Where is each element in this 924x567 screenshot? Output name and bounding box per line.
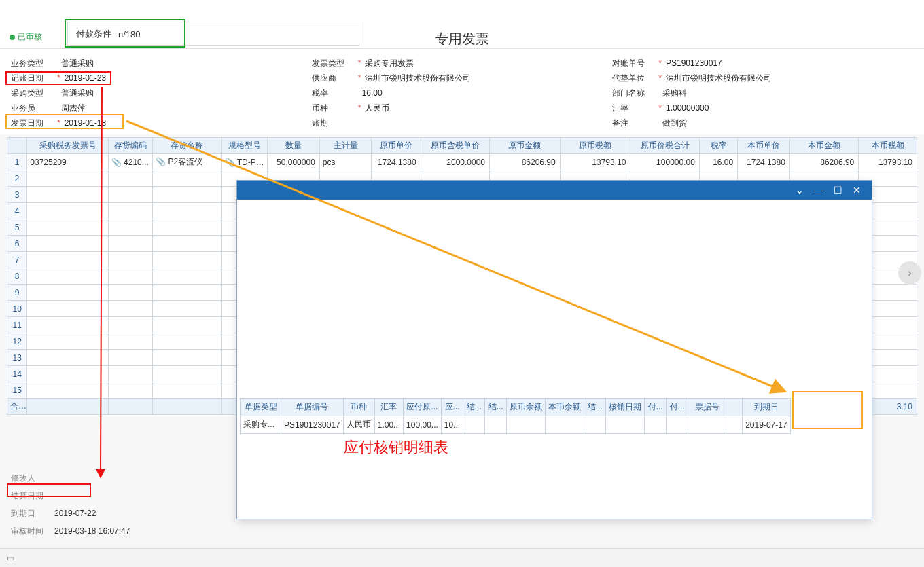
pay-term-label: 付款条件	[76, 28, 111, 40]
col-header[interactable]: 采购税务发票号	[27, 138, 108, 154]
popup-col-header[interactable]: 付...	[645, 399, 667, 416]
popup-col-header[interactable]: 结...	[485, 399, 507, 416]
popup-titlebar[interactable]: ⌄ — ☐ ✕	[237, 181, 872, 200]
writeoff-popup[interactable]: ⌄ — ☐ ✕ 单据类型单据编号币种汇率应付原...应...结...结...原币…	[236, 180, 872, 519]
col-header[interactable]: 原币单价	[372, 138, 421, 154]
col-header[interactable]: 规格型号	[221, 138, 268, 154]
popup-col-header[interactable]: 应付原...	[404, 399, 442, 416]
form-field-税率[interactable]: 税率16.00	[312, 86, 613, 100]
footer-info: 修改人 结算日期 到期日2019-07-22 审核时间2019-03-18 16…	[11, 469, 130, 540]
form-field-供应商[interactable]: 供应商*深圳市锐明技术股份有限公司	[312, 71, 613, 86]
form-field-记账日期[interactable]: 记账日期*2019-01-23	[11, 71, 312, 86]
status-audited: 已审核	[10, 31, 42, 43]
pay-term-field[interactable]: 付款条件 n/180	[67, 22, 359, 46]
statusbar-icon: ▭	[7, 553, 14, 563]
col-header[interactable]	[7, 138, 27, 154]
popup-col-header[interactable]: 结...	[463, 399, 485, 416]
form-field-部门名称[interactable]: 部门名称采购科	[612, 86, 913, 100]
form-field-账期[interactable]: 账期	[312, 115, 613, 130]
form-field-币种[interactable]: 币种*人民币	[312, 100, 613, 115]
popup-col-header[interactable]: 票据号	[688, 399, 726, 416]
col-header[interactable]: 税率	[699, 138, 737, 154]
popup-col-header[interactable]: 币种	[343, 399, 374, 416]
form-field-业务类型[interactable]: 业务类型普通采购	[11, 56, 312, 71]
pay-term-value: n/180	[118, 29, 141, 39]
table-row[interactable]: 103725209📎 4210...📎 P2客流仪📎 TD-P2,...50.0…	[7, 154, 917, 170]
scroll-right-button[interactable]: ›	[898, 261, 921, 285]
popup-col-header[interactable]: 付...	[667, 399, 688, 416]
popup-grid[interactable]: 单据类型单据编号币种汇率应付原...应...结...结...原币余额本币余额结.…	[240, 398, 791, 434]
form-field-代垫单位[interactable]: 代垫单位*深圳市锐明技术股份有限公司	[612, 71, 913, 86]
popup-col-header[interactable]: 单据编号	[281, 399, 344, 416]
popup-dropdown-button[interactable]: ⌄	[790, 185, 809, 196]
form-field-发票类型[interactable]: 发票类型*采购专用发票	[312, 56, 613, 71]
popup-col-header[interactable]	[726, 399, 743, 416]
col-header[interactable]: 存货名称	[153, 138, 221, 154]
form-field-业务员[interactable]: 业务员周杰萍	[11, 100, 312, 115]
form-field-采购类型[interactable]: 采购类型普通采购	[11, 86, 312, 100]
due-date-label: 到期日	[11, 505, 52, 522]
popup-col-header[interactable]: 核销日期	[606, 399, 645, 416]
form-field-对账单号[interactable]: 对账单号*PS1901230017	[612, 56, 913, 71]
due-date-value: 2019-07-22	[54, 505, 96, 522]
col-header[interactable]: 数量	[268, 138, 320, 154]
col-header[interactable]: 本币单价	[738, 138, 790, 154]
form-area: 业务类型普通采购记账日期*2019-01-23采购类型普通采购业务员周杰萍发票日…	[0, 49, 924, 134]
form-field-汇率[interactable]: 汇率*1.00000000	[612, 100, 913, 115]
popup-col-header[interactable]: 单据类型	[241, 399, 281, 416]
col-header[interactable]: 存货编码	[108, 138, 152, 154]
popup-col-header[interactable]: 原币余额	[507, 399, 546, 416]
popup-close-button[interactable]: ✕	[847, 185, 866, 196]
popup-col-header[interactable]: 本币余额	[546, 399, 584, 416]
status-dot-icon	[10, 35, 15, 40]
popup-maximize-button[interactable]: ☐	[828, 185, 847, 196]
popup-row[interactable]: 采购专...PS1901230017人民币1.00...100,00...10.…	[241, 416, 791, 434]
form-field-发票日期[interactable]: 发票日期*2019-01-18	[11, 115, 312, 130]
page-title: 专用发票	[435, 30, 489, 48]
col-header[interactable]: 原币金额	[490, 138, 561, 154]
col-header[interactable]: 原币含税单价	[421, 138, 489, 154]
col-header[interactable]: 本币税额	[859, 138, 917, 154]
popup-col-header[interactable]: 应...	[441, 399, 463, 416]
col-header[interactable]: 原币税额	[560, 138, 630, 154]
form-field-备注[interactable]: 备注做到货	[612, 115, 913, 130]
popup-col-header[interactable]: 到期日	[743, 399, 790, 416]
col-header[interactable]: 主计量	[319, 138, 372, 154]
popup-col-header[interactable]: 结...	[584, 399, 606, 416]
popup-col-header[interactable]: 汇率	[374, 399, 403, 416]
statusbar: ▭	[0, 548, 924, 567]
col-header[interactable]: 本币金额	[789, 138, 858, 154]
popup-minimize-button[interactable]: —	[809, 185, 828, 196]
col-header[interactable]: 原币价税合计	[630, 138, 699, 154]
